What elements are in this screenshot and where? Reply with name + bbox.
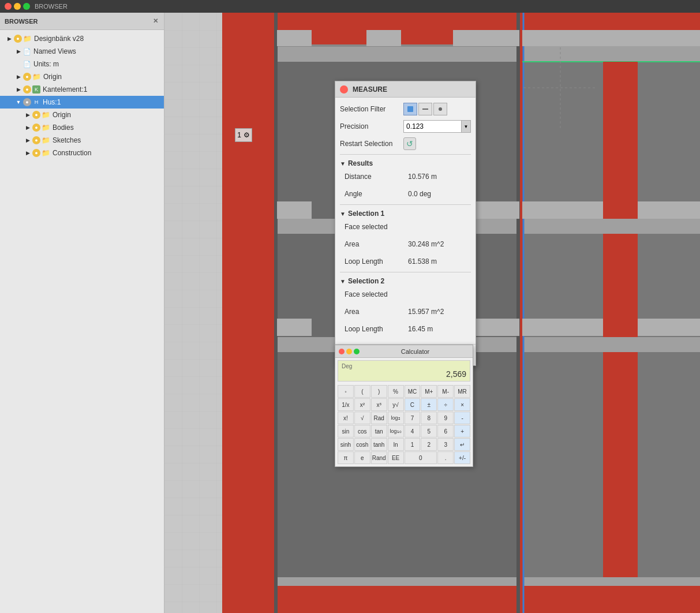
calc-btn-mplus[interactable]: M+ [421,385,437,398]
calc-btn-0[interactable]: 0 [405,451,437,464]
calc-btn-6[interactable]: 6 [437,425,454,438]
tree-arrow-kantelement: ▶ [14,85,23,94]
eye-icon-origin-hus: ● [32,111,40,119]
calc-btn-9[interactable]: 9 [437,412,454,424]
hus-icon: H [32,98,40,106]
calc-btn-log2[interactable]: log₂ [388,412,404,424]
calc-btn-log10[interactable]: log₁₀ [388,425,404,438]
calc-btn-mminus[interactable]: M- [437,385,454,398]
3d-viewport[interactable]: 1 ⚙ Select objects to measure MEASURE Se… [164,13,700,613]
precision-dropdown[interactable]: 0.123 ▼ [403,120,471,133]
calc-btn-mc[interactable]: MC [405,385,421,398]
calc-btn-pi[interactable]: π [338,451,354,464]
calc-btn-cos[interactable]: cos [354,425,370,438]
calc-close-btn[interactable] [339,349,345,354]
title-bar-min[interactable] [14,3,21,10]
tree-item-designbank[interactable]: ▶ ● 📁 Designbänk v28 [0,32,164,45]
calc-btn-multiply[interactable]: × [454,398,470,411]
calc-btn-2[interactable]: 2 [421,438,437,451]
calc-btn-cube[interactable]: x³ [371,398,387,411]
calc-btn-mr[interactable]: MR [454,385,470,398]
calc-btn-neg[interactable]: +/- [454,451,470,464]
eye-icon-sketches: ● [32,136,40,144]
calc-btn-1[interactable]: 1 [405,438,421,451]
distance-label: Distance [345,173,408,181]
selection1-loop-label: Loop Length [345,257,408,266]
calc-btn-7[interactable]: 7 [405,412,421,424]
tree-item-units[interactable]: ▶ 📄 Units: m [0,58,164,70]
calc-btn-minus[interactable]: - [454,412,470,424]
calc-btn-sin[interactable]: sin [338,425,354,438]
selection2-arrow: ▼ [340,278,346,285]
title-bar-close[interactable] [5,3,12,10]
calc-btn-yroot[interactable]: y√ [388,398,404,411]
calc-btn-inv[interactable]: 1/x [338,398,354,411]
tree-item-origin-hus[interactable]: ▶ ● 📁 Origin [0,109,164,121]
browser-close-icon[interactable]: ✕ [151,17,159,25]
eye-icon-kantelement: ● [23,85,31,94]
svg-rect-24 [277,30,312,46]
tree-item-sketches[interactable]: ▶ ● 📁 Sketches [0,134,164,147]
calc-btn-enter[interactable]: ↵ [454,438,470,451]
tree-item-hus[interactable]: ▼ ● H Hus:1 [0,96,164,109]
calc-btn-3[interactable]: 3 [437,438,454,451]
svg-rect-5 [277,44,519,62]
calc-btn-rparen[interactable]: ) [371,385,387,398]
calc-min-btn[interactable] [346,349,352,354]
calc-btn-e[interactable]: e [354,451,370,464]
calc-btn-clear[interactable]: C [405,398,421,411]
calc-btn-sq[interactable]: x² [354,398,370,411]
calc-btn-rand[interactable]: Rand [371,451,387,464]
calc-btn-factorial[interactable]: x! [338,412,354,424]
tree-item-origin-root[interactable]: ▶ ● 📁 Origin [0,70,164,83]
tree-item-named-views[interactable]: ▶ 📄 Named Views [0,45,164,58]
calc-btn-8[interactable]: 8 [421,412,437,424]
selection1-area-value: 30.248 m^2 [408,240,444,248]
tree-item-kantelement[interactable]: ▶ ● K Kantelement:1 [0,83,164,96]
results-section-header[interactable]: ▼ Results [340,159,471,167]
calc-btn-sinh[interactable]: sinh [338,438,354,451]
selection2-area-value: 15.957 m^2 [408,308,444,316]
tree-item-construction[interactable]: ▶ ● 📁 Construction [0,147,164,159]
divider-1 [340,154,471,155]
svg-rect-7 [519,44,700,62]
svg-rect-23 [516,13,520,613]
eye-icon: ● [14,35,22,43]
calc-btn-4[interactable]: 4 [405,425,421,438]
precision-dropdown-arrow[interactable]: ▼ [461,121,470,132]
calc-btn-lparen[interactable]: ( [354,385,370,398]
distance-value: 10.576 m [408,173,437,181]
calc-btn-percent[interactable]: % [388,385,404,398]
filter-icon-group [403,103,447,115]
calc-btn-dot[interactable]: . [437,451,454,464]
calc-max-btn[interactable] [354,349,360,354]
browser-panel: BROWSER ✕ ▶ ● 📁 Designbänk v28 ▶ 📄 Named… [0,13,164,613]
svg-rect-27 [522,30,700,46]
calc-btn-divide[interactable]: ÷ [437,398,454,411]
selection1-section-header[interactable]: ▼ Selection 1 [340,210,471,218]
title-bar-max[interactable] [23,3,30,10]
calc-btn-sqrt[interactable]: √ [354,412,370,424]
calc-btn-degree[interactable]: ◦ [338,385,354,398]
tree-arrow-hus: ▼ [14,98,23,107]
filter-vertex-btn[interactable] [433,103,447,115]
settings-icon[interactable]: ⚙ [244,131,250,139]
calc-btn-tanh[interactable]: tanh [371,438,387,451]
svg-rect-25 [366,30,401,46]
calc-btn-tan[interactable]: tan [371,425,387,438]
selection2-section-header[interactable]: ▼ Selection 2 [340,277,471,285]
calc-btn-cosh[interactable]: cosh [354,438,370,451]
selection1-content: Face selected Area 30.248 m^2 Loop Lengt… [340,220,471,268]
calc-mode-label: Deg [342,363,352,369]
calc-btn-5[interactable]: 5 [421,425,437,438]
calc-btn-ln[interactable]: ln [388,438,404,451]
dialog-close-icon[interactable] [340,85,348,94]
calc-btn-ee[interactable]: EE [388,451,404,464]
calc-btn-plus[interactable]: + [454,425,470,438]
restart-selection-btn[interactable]: ↺ [403,137,416,150]
calc-btn-rad[interactable]: Rad [371,412,387,424]
calc-btn-plusminus[interactable]: ± [421,398,437,411]
filter-face-btn[interactable] [403,103,417,115]
tree-item-bodies[interactable]: ▶ ● 📁 Bodies [0,121,164,134]
filter-edge-btn[interactable] [418,103,432,115]
